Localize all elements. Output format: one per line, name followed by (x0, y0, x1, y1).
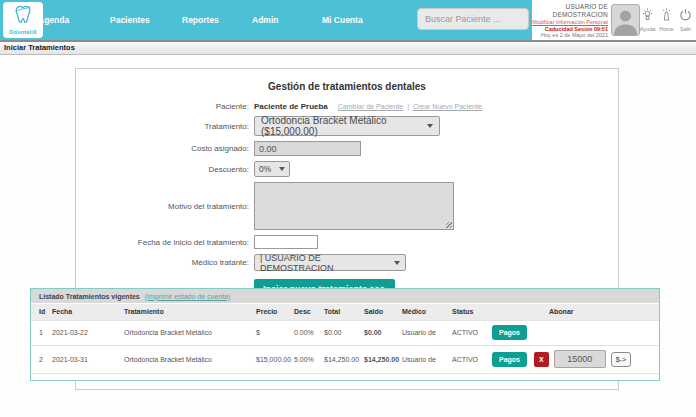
cost-label: Costo asignado: (76, 144, 254, 153)
logo-text: OdontaliX (3, 29, 43, 35)
discount-select[interactable]: 0% (254, 161, 290, 177)
create-patient-link[interactable]: Crear Nuevo Paciente (413, 103, 482, 110)
col-saldo: Saldo (361, 304, 399, 320)
reason-textarea[interactable] (254, 182, 454, 230)
reason-row: Motivo del tratamiento: (76, 182, 618, 230)
col-medico: Médico (399, 304, 449, 320)
treatment-label: Tratamiento: (76, 122, 254, 131)
col-status: Status (449, 304, 489, 320)
home-button[interactable]: Home (657, 7, 676, 32)
logout-button[interactable]: Salir (676, 7, 695, 32)
cell-medico: Usuario de (399, 320, 449, 345)
cell-status: ACTIVO (449, 320, 489, 345)
nav-item-reportes[interactable]: Reportes (182, 15, 219, 25)
nav-item-agenda[interactable]: Agenda (38, 15, 69, 25)
col-tratamiento: Tratamiento (121, 304, 253, 320)
top-navbar: OdontaliX Agenda Pacientes Reportes Admi… (0, 0, 696, 40)
cell-precio: $ (253, 320, 291, 345)
cell-fecha: 2021-03-22 (49, 320, 121, 345)
app-logo[interactable]: OdontaliX (3, 2, 43, 38)
print-account-link[interactable]: (Imprimir estado de cuenta) (145, 293, 231, 300)
start-date-input[interactable] (254, 235, 318, 249)
doctor-select-value: | USUARIO DE DEMOSTRACION (260, 253, 389, 273)
abonar-submit-button[interactable]: $-> (611, 352, 631, 367)
col-precio: Precio (253, 304, 291, 320)
quick-actions: Ayuda Home Salir (638, 7, 695, 32)
table-row: 1 2021-03-22 Ortodoncia Bracket Metálico… (31, 320, 659, 345)
main-content: Gestión de tratamientos dentales Pacient… (0, 55, 696, 417)
home-beacon-icon (660, 8, 673, 21)
resize-handle[interactable] (446, 222, 452, 228)
help-button[interactable]: Ayuda (638, 7, 657, 32)
doctor-label: Médico tratante: (76, 258, 254, 267)
change-patient-link[interactable]: Cambiar de Paciente (338, 103, 403, 110)
assigned-cost-input[interactable] (254, 141, 361, 156)
modify-personal-info-link[interactable]: Modificar Información Personal (532, 19, 608, 26)
chevron-down-icon (394, 261, 400, 265)
cell-fecha: 2021-03-31 (49, 345, 121, 373)
table-spacer-row (31, 373, 659, 380)
start-date-label: Fecha de inicio del tratamiento: (76, 238, 254, 247)
session-expiry-label: Caducidad Sesión 09:51 (532, 26, 608, 33)
cell-tratamiento: Ortodoncia Bracket Metálico (121, 345, 253, 373)
col-fecha: Fecha (49, 304, 121, 320)
help-label: Ayuda (638, 26, 657, 32)
pagos-button[interactable]: Pagos (492, 325, 527, 340)
screen: OdontaliX Agenda Pacientes Reportes Admi… (0, 0, 696, 417)
doctor-select[interactable]: | USUARIO DE DEMOSTRACION (254, 254, 406, 271)
discount-select-value: 0% (259, 164, 271, 174)
breadcrumb: Iniciar Tratamientos (0, 40, 696, 55)
discount-label: Descuento: (76, 165, 254, 174)
delete-button[interactable]: X (534, 352, 549, 367)
nav-item-mi-cuenta[interactable]: Mi Cuenta (322, 15, 363, 25)
patient-label: Paciente: (76, 102, 254, 111)
cell-id: 1 (31, 320, 49, 345)
home-label: Home (657, 26, 676, 32)
start-date-row: Fecha de inicio del tratamiento: (76, 235, 618, 249)
cost-row: Costo asignado: (76, 141, 618, 156)
reason-label: Motivo del tratamiento: (76, 202, 254, 211)
avatar[interactable] (611, 4, 640, 36)
person-icon (612, 5, 639, 35)
pagos-button[interactable]: Pagos (492, 352, 527, 367)
patient-search-input[interactable] (417, 8, 529, 30)
user-info-block: USUARIO DE DEMOSTRACION Modificar Inform… (532, 3, 608, 39)
table-row: 2 2021-03-31 Ortodoncia Bracket Metálico… (31, 345, 659, 373)
nav-item-admin[interactable]: Admin (252, 15, 278, 25)
doctor-row: Médico tratante: | USUARIO DE DEMOSTRACI… (76, 254, 618, 271)
nav-item-pacientes[interactable]: Pacientes (110, 15, 150, 25)
cell-tratamiento: Ortodoncia Bracket Metálico (121, 320, 253, 345)
patient-row: Paciente: Paciente de Prueba Cambiar de … (76, 102, 618, 111)
cell-saldo: $0.00 (361, 320, 399, 345)
col-total: Total (321, 304, 361, 320)
treatments-table-panel: Listado Tratamientos vigentes (Imprimir … (30, 288, 660, 381)
discount-row: Descuento: 0% (76, 161, 618, 177)
chevron-down-icon (279, 167, 285, 171)
treatment-select-value: Ortodoncia Bracket Metálico ($15,000.00) (261, 115, 422, 137)
treatment-row: Tratamiento: Ortodoncia Bracket Metálico… (76, 116, 618, 136)
patient-links: Cambiar de Paciente | Crear Nuevo Pacien… (338, 103, 482, 110)
table-title-bar: Listado Tratamientos vigentes (Imprimir … (31, 289, 659, 304)
logout-label: Salir (676, 26, 695, 32)
table-header-row: Id Fecha Tratamiento Precio Desc Total S… (31, 304, 659, 320)
link-separator: | (407, 103, 409, 110)
abonar-input[interactable] (554, 350, 606, 368)
cell-id: 2 (31, 345, 49, 373)
cell-medico: Usuario de (399, 345, 449, 373)
patient-name: Paciente de Prueba (254, 102, 328, 111)
treatment-select[interactable]: Ortodoncia Bracket Metálico ($15,000.00) (254, 116, 440, 136)
current-date-label: Hoy es 2 de Mayo del 2021 (532, 32, 608, 39)
col-id: Id (31, 304, 49, 320)
chevron-down-icon (427, 124, 433, 128)
cell-desc: 0.00% (291, 320, 321, 345)
power-icon (679, 8, 692, 21)
user-name-line1: USUARIO DE (532, 3, 608, 11)
cell-status: ACTIVO (449, 345, 489, 373)
user-name-line2: DEMOSTRACION (532, 11, 608, 19)
col-abonar: Abonar (531, 304, 659, 320)
page-title: Gestión de tratamientos dentales (76, 81, 618, 92)
help-lamp-icon (641, 8, 654, 21)
cell-saldo: $14,250.00 (361, 345, 399, 373)
treatments-table: Id Fecha Tratamiento Precio Desc Total S… (31, 304, 659, 380)
cell-precio: $15,000.00 (253, 345, 291, 373)
